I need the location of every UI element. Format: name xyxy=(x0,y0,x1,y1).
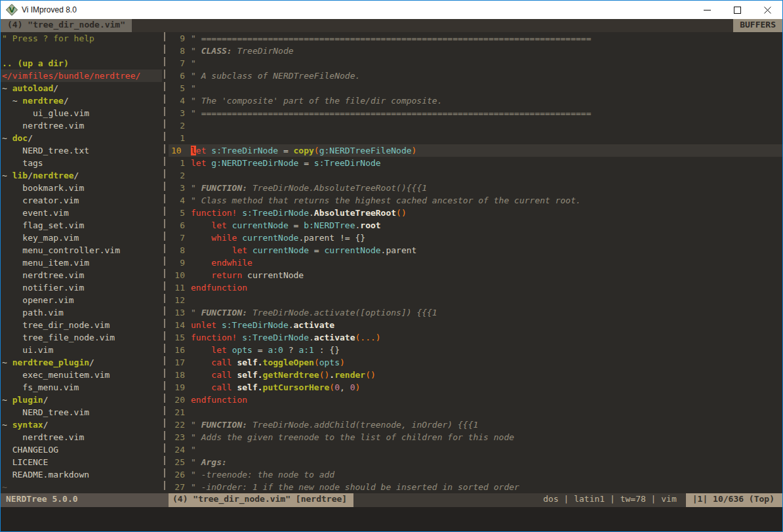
tree-item[interactable]: ~ lib/nerdtree/ xyxy=(1,169,162,182)
code-line[interactable]: 13" FUNCTION: TreeDirNode.activate([opti… xyxy=(169,306,782,319)
code-line[interactable]: 3" =====================================… xyxy=(169,107,782,119)
code-line[interactable]: 12 xyxy=(169,294,782,306)
maximize-button[interactable] xyxy=(722,1,752,19)
code-line[interactable]: 8" CLASS: TreeDirNode xyxy=(169,45,782,57)
tree-item[interactable]: ~ nerdtree/ xyxy=(1,94,162,107)
tree-item[interactable]: NERD_tree.txt xyxy=(1,144,162,157)
code-line[interactable]: 21 xyxy=(169,406,782,419)
tree-item[interactable]: exec_menuitem.vim xyxy=(1,369,162,381)
editor-panel: 9" =====================================… xyxy=(169,32,782,493)
tree-item[interactable]: path.vim xyxy=(1,306,162,319)
tree-item[interactable]: menu_item.vim xyxy=(1,256,162,269)
code-line[interactable]: 18 call self.getNerdtree().render() xyxy=(169,369,782,381)
code-token: s:TreeDirNode xyxy=(314,158,381,168)
code-line[interactable]: 14unlet s:TreeDirNode.activate xyxy=(169,319,782,331)
tree-item[interactable]: nerdtree.vim xyxy=(1,269,162,281)
separator-line xyxy=(164,32,165,493)
code-line[interactable]: 7 while currentNode.parent != {} xyxy=(169,232,782,244)
code-token: root xyxy=(360,220,380,230)
code-line[interactable]: 22" FUNCTION: TreeDirNode.addChild(treen… xyxy=(169,419,782,431)
tree-item[interactable]: nerdtree.vim xyxy=(1,119,162,132)
minimize-button[interactable] xyxy=(692,1,722,19)
code-line[interactable]: 19 call self.putCursorHere(0, 0) xyxy=(169,381,782,394)
code-line[interactable]: 17 call self.toggleOpen(opts) xyxy=(169,356,782,369)
tree-item[interactable]: ~ plugin/ xyxy=(1,394,162,406)
code-text: " A subclass of NERDTreeFileNode. xyxy=(191,70,782,82)
code-line[interactable]: 26" -treenode: the node to add xyxy=(169,468,782,481)
tree-item[interactable]: event.vim xyxy=(1,207,162,219)
line-number: 20 xyxy=(169,394,191,406)
code-line[interactable]: 24" xyxy=(169,443,782,456)
code-token: s:TreeDirNode xyxy=(242,333,309,342)
tree-item[interactable]: ui.vim xyxy=(1,344,162,356)
tree-item[interactable]: bookmark.vim xyxy=(1,182,162,194)
tree-item[interactable]: CHANGELOG xyxy=(1,443,162,456)
code-line[interactable]: 9 endwhile xyxy=(169,256,782,269)
code-token: menu_controller.vim xyxy=(2,245,120,255)
tree-item[interactable]: nerdtree.vim xyxy=(1,431,162,443)
code-line[interactable]: 15function! s:TreeDirNode.activate(...) xyxy=(169,331,782,344)
tab-tree-dir-node[interactable]: (4) "tree_dir_node.vim" xyxy=(1,19,132,32)
code-line[interactable]: 5function! s:TreeDirNode.AbsoluteTreeRoo… xyxy=(169,207,782,219)
code-token: autoload xyxy=(12,83,54,93)
code-line[interactable]: 5" xyxy=(169,82,782,94)
code-line[interactable]: 25" Args: xyxy=(169,456,782,468)
code-line[interactable]: 6" A subclass of NERDTreeFileNode. xyxy=(169,70,782,82)
tree-item[interactable]: ~ autoload/ xyxy=(1,82,162,94)
tree-item[interactable]: tree_dir_node.vim xyxy=(1,319,162,331)
code-line[interactable]: 3" FUNCTION: TreeDirNode.AbsoluteTreeRoo… xyxy=(169,182,782,194)
code-line[interactable]: 2 xyxy=(169,169,782,182)
code-line[interactable]: 10 return currentNode xyxy=(169,269,782,281)
tree-item[interactable]: ~ doc/ xyxy=(1,132,162,144)
code-line[interactable]: 9" =====================================… xyxy=(169,32,782,45)
tree-item[interactable]: ~ nerdtree_plugin/ xyxy=(1,356,162,369)
tree-item[interactable]: ~ syntax/ xyxy=(1,419,162,431)
code-token: activate xyxy=(314,333,355,342)
code-token: " A subclass of NERDTreeFileNode. xyxy=(191,71,360,81)
code-line[interactable]: 2 xyxy=(169,119,782,132)
code-line[interactable]: 1 xyxy=(169,132,782,144)
code-token: ) xyxy=(412,146,417,155)
buffers-label: BUFFERS xyxy=(733,19,782,32)
tree-item[interactable]: opener.vim xyxy=(1,294,162,306)
tree-item[interactable]: menu_controller.vim xyxy=(1,244,162,256)
code-line[interactable]: 23" Adds the given treenode to the list … xyxy=(169,431,782,443)
tree-item[interactable]: fs_menu.vim xyxy=(1,381,162,394)
code-token: " xyxy=(191,83,196,93)
code-token: TreeDirNode.addChild(treenode, inOrder) … xyxy=(247,420,478,430)
line-number: 4 xyxy=(169,194,191,207)
command-line[interactable] xyxy=(1,507,782,531)
close-button[interactable] xyxy=(752,1,782,19)
code-line[interactable]: 7" xyxy=(169,57,782,70)
code-line[interactable]: 8 let currentNode = currentNode.parent xyxy=(169,244,782,256)
tree-item[interactable]: .. (up a dir) xyxy=(1,57,162,70)
code-token: (...) xyxy=(355,333,380,342)
tree-item[interactable]: creator.vim xyxy=(1,194,162,207)
code-line[interactable]: 1let g:NERDTreeDirNode = s:TreeDirNode xyxy=(169,157,782,169)
code-line[interactable]: 27" -inOrder: 1 if the new node should b… xyxy=(169,481,782,493)
code-line[interactable]: 20endfunction xyxy=(169,394,782,406)
code-line[interactable]: 4" Class method that returns the highest… xyxy=(169,194,782,207)
code-token: opener.vim xyxy=(2,295,74,305)
tree-item[interactable]: LICENCE xyxy=(1,456,162,468)
code-line[interactable]: 6 let currentNode = b:NERDTree.root xyxy=(169,219,782,232)
code-text: " -inOrder: 1 if the new node should be … xyxy=(191,481,782,493)
tree-item[interactable]: notifier.vim xyxy=(1,281,162,294)
tree-item-selected[interactable]: </vimfiles/bundle/nerdtree/ xyxy=(1,70,162,82)
tree-item[interactable]: tags xyxy=(1,157,162,169)
line-number: 11 xyxy=(169,281,191,294)
code-token: nerdtree xyxy=(33,171,74,180)
code-token: plugin xyxy=(12,395,43,405)
tree-item[interactable]: flag_set.vim xyxy=(1,219,162,232)
tree-item[interactable]: ui_glue.vim xyxy=(1,107,162,119)
code-token: self. xyxy=(237,358,262,367)
tree-item[interactable]: README.markdown xyxy=(1,468,162,481)
code-line[interactable]: 16 let opts = a:0 ? a:1 : {} xyxy=(169,344,782,356)
tree-item[interactable]: key_map.vim xyxy=(1,232,162,244)
tree-item[interactable]: tree_file_node.vim xyxy=(1,331,162,344)
code-line[interactable]: 11endfunction xyxy=(169,281,782,294)
code-line[interactable]: 4" The 'composite' part of the file/dir … xyxy=(169,94,782,107)
code-line-current[interactable]: 10let s:TreeDirNode = copy(g:NERDTreeFil… xyxy=(169,144,782,157)
window-separator[interactable] xyxy=(162,32,169,493)
tree-item[interactable]: NERD_tree.vim xyxy=(1,406,162,419)
